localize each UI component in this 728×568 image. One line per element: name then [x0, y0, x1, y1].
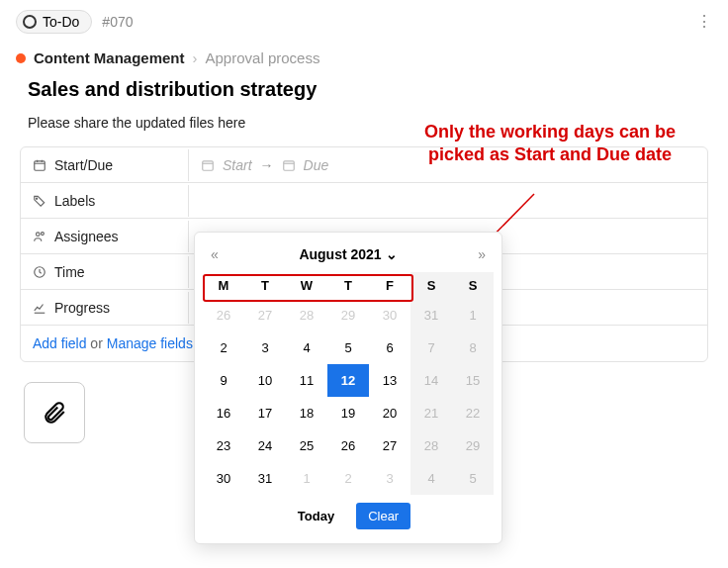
- date-cell[interactable]: 4: [286, 331, 327, 364]
- date-cell[interactable]: 26: [203, 299, 244, 331]
- date-cell[interactable]: 30: [369, 299, 410, 331]
- date-cell[interactable]: 1: [286, 462, 327, 495]
- chart-icon: [33, 301, 46, 315]
- date-cell[interactable]: 20: [369, 397, 410, 429]
- footer-or: or: [86, 335, 106, 351]
- labels-value[interactable]: [189, 195, 707, 207]
- date-cell[interactable]: 27: [369, 429, 410, 462]
- status-pill[interactable]: To-Do: [16, 10, 92, 34]
- date-cell[interactable]: 13: [369, 364, 410, 397]
- more-menu-icon[interactable]: ⋮: [696, 12, 712, 31]
- date-cell: 15: [452, 364, 494, 397]
- date-cell[interactable]: 5: [327, 331, 369, 364]
- chevron-right-icon: ›: [193, 49, 198, 66]
- date-cell: 14: [410, 364, 452, 397]
- date-cell[interactable]: 3: [369, 462, 410, 495]
- clock-icon: [33, 265, 46, 279]
- date-cell[interactable]: 10: [244, 364, 286, 397]
- date-cell[interactable]: 26: [327, 429, 369, 462]
- date-cell: 4: [410, 462, 452, 495]
- svg-point-3: [37, 198, 38, 199]
- date-cell[interactable]: 3: [244, 331, 286, 364]
- date-cell[interactable]: 29: [327, 299, 369, 331]
- project-color-dot: [16, 53, 26, 63]
- date-cell: 29: [452, 429, 494, 462]
- tag-icon: [33, 194, 46, 208]
- date-cell[interactable]: 18: [286, 397, 327, 429]
- date-cell[interactable]: 30: [203, 462, 244, 495]
- field-label-progress: Progress: [21, 292, 189, 324]
- svg-point-4: [37, 232, 41, 236]
- calendar-icon: [33, 158, 46, 172]
- calendar-icon: [201, 158, 215, 172]
- today-button[interactable]: Today: [286, 503, 346, 529]
- paperclip-icon: [42, 400, 67, 426]
- date-cell[interactable]: 11: [286, 364, 327, 397]
- start-placeholder: Start: [223, 157, 252, 173]
- due-placeholder: Due: [304, 157, 329, 173]
- status-label: To-Do: [43, 14, 79, 30]
- dow-header: T: [244, 272, 286, 299]
- prev-year-icon[interactable]: «: [211, 246, 219, 262]
- field-label-assignees: Assignees: [21, 221, 189, 252]
- date-cell[interactable]: 17: [244, 397, 286, 429]
- users-icon: [33, 230, 46, 243]
- manage-fields-link[interactable]: Manage fields: [107, 335, 193, 351]
- date-cell: 31: [410, 299, 452, 331]
- breadcrumb-sub[interactable]: Approval process: [206, 49, 320, 66]
- date-cell[interactable]: 2: [203, 331, 244, 364]
- add-field-link[interactable]: Add field: [33, 335, 86, 351]
- annotation-text: Only the working days can be picked as S…: [411, 121, 688, 167]
- date-cell: 21: [410, 397, 452, 429]
- date-cell[interactable]: 25: [286, 429, 327, 462]
- dow-header: F: [369, 272, 410, 299]
- chevron-down-icon: ⌄: [386, 246, 398, 262]
- calendar-icon: [282, 158, 296, 172]
- breadcrumb-project[interactable]: Content Management: [34, 49, 185, 66]
- date-cell[interactable]: 31: [244, 462, 286, 495]
- date-cell: 8: [452, 331, 494, 364]
- date-cell[interactable]: 28: [286, 299, 327, 331]
- date-cell[interactable]: 24: [244, 429, 286, 462]
- status-circle-icon: [23, 15, 37, 29]
- date-cell: 5: [452, 462, 494, 495]
- clear-button[interactable]: Clear: [356, 503, 410, 529]
- datepicker: « August 2021 ⌄ » MTWTFSS262728293031123…: [194, 232, 502, 544]
- date-cell[interactable]: 2: [327, 462, 369, 495]
- field-label-labels: Labels: [21, 185, 189, 217]
- attachment-box[interactable]: [24, 382, 85, 443]
- datepicker-month-select[interactable]: August 2021 ⌄: [299, 246, 397, 262]
- date-cell[interactable]: 23: [203, 429, 244, 462]
- date-cell[interactable]: 16: [203, 397, 244, 429]
- dow-header: W: [286, 272, 327, 299]
- date-cell[interactable]: 12: [327, 364, 369, 397]
- breadcrumb: Content Management › Approval process: [0, 44, 728, 72]
- dow-header: S: [410, 272, 452, 299]
- date-cell[interactable]: 19: [327, 397, 369, 429]
- dow-header: T: [327, 272, 369, 299]
- svg-rect-1: [203, 160, 214, 169]
- svg-rect-0: [35, 160, 46, 169]
- date-cell[interactable]: 9: [203, 364, 244, 397]
- date-cell[interactable]: 6: [369, 331, 410, 364]
- date-cell[interactable]: 27: [244, 299, 286, 331]
- task-id: #070: [102, 14, 133, 30]
- dow-header: S: [452, 272, 494, 299]
- arrow-right-icon: →: [260, 157, 274, 173]
- date-cell: 7: [410, 331, 452, 364]
- date-cell: 28: [410, 429, 452, 462]
- field-label-start-due: Start/Due: [21, 149, 189, 181]
- date-cell: 22: [452, 397, 494, 429]
- svg-rect-2: [283, 160, 294, 169]
- svg-point-5: [41, 232, 44, 235]
- task-title[interactable]: Sales and distribution strategy: [0, 72, 728, 111]
- dow-header: M: [203, 272, 244, 299]
- field-label-time: Time: [21, 256, 189, 288]
- next-year-icon[interactable]: »: [478, 246, 486, 262]
- date-cell: 1: [452, 299, 494, 331]
